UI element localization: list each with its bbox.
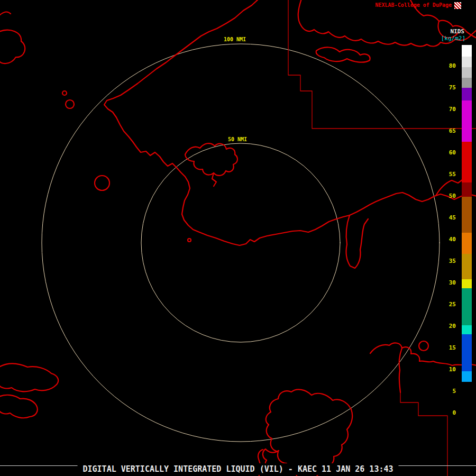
colorbar-segment xyxy=(462,142,472,182)
footer-title: DIGITAL VERTICALLY INTEGRATED LIQUID (VI… xyxy=(78,463,399,475)
colorbar-label: 40 xyxy=(440,228,456,250)
colorbar-segment xyxy=(462,57,472,67)
islet-small-2 xyxy=(66,100,74,108)
colorbar-label: 45 xyxy=(440,207,456,228)
colorbar-label: 80 xyxy=(440,55,456,77)
product-code-label: NIDS xyxy=(451,28,465,35)
colorbar-segment xyxy=(462,78,472,88)
range-ring-50nmi xyxy=(141,143,340,342)
colorbar-label: 15 xyxy=(440,337,456,359)
estuary-blob xyxy=(185,143,237,176)
colorbar-segment xyxy=(462,67,472,78)
colorbar-label: 30 xyxy=(440,272,456,294)
coastline-southeast xyxy=(370,343,476,365)
cod-logo-icon xyxy=(454,2,461,9)
colorbar-segment xyxy=(462,233,472,254)
colorbar-label: 0 xyxy=(440,402,456,424)
inlet-bay xyxy=(346,215,368,268)
colorbar-segment xyxy=(462,100,472,142)
colorbar-segment xyxy=(462,334,472,371)
units-label: [kg/m2] xyxy=(441,35,465,42)
islet-small-1 xyxy=(62,91,67,95)
peninsula-southwest-1 xyxy=(0,364,58,392)
islet-east xyxy=(419,341,428,351)
colorbar-label: 10 xyxy=(440,359,456,380)
colorbar-label: 35 xyxy=(440,250,456,272)
brand-text: NEXLAB-College of DuPage xyxy=(376,2,452,8)
peninsula-southwest-2 xyxy=(0,395,38,418)
colorbar-label: 20 xyxy=(440,315,456,337)
range-rings xyxy=(42,44,440,442)
radar-map-svg xyxy=(0,0,476,476)
colorbar-label: 60 xyxy=(440,142,456,163)
range-ring-100nmi xyxy=(42,44,440,442)
colorbar-label: 50 xyxy=(440,185,456,207)
corner-tick-northwest xyxy=(0,12,11,16)
colorbar-segment xyxy=(462,254,472,279)
colorbar-segment xyxy=(462,279,472,288)
colorbar-labels: 80757065605550454035302520151050 xyxy=(440,55,456,424)
coastline-main xyxy=(104,0,476,245)
colorbar-segment xyxy=(462,325,472,334)
island-northwest xyxy=(0,30,25,63)
colorbar-label: 70 xyxy=(440,98,456,120)
colorbar-segment xyxy=(462,45,472,57)
colorbar-label: 25 xyxy=(440,294,456,315)
river-lake-blob xyxy=(316,47,370,62)
river-southeast xyxy=(399,348,402,392)
colorbar-segment xyxy=(462,382,472,418)
colorbar-segment xyxy=(462,288,472,325)
island-west xyxy=(95,176,109,190)
colorbar-label: 5 xyxy=(440,380,456,402)
range-ring-label-100: 100 NMI xyxy=(222,36,248,43)
colorbar-label: 55 xyxy=(440,163,456,185)
colorbar-label: 65 xyxy=(440,120,456,142)
colorbar-label: 75 xyxy=(440,77,456,98)
colorbar-segments xyxy=(462,45,472,418)
colorbar-segment xyxy=(462,182,472,197)
colorbar-segment xyxy=(462,197,472,233)
radar-display: 100 NMI 50 NMI NEXLAB-College of DuPage … xyxy=(0,0,476,476)
colorbar-segment xyxy=(462,88,472,100)
colorbar-segment xyxy=(462,371,472,382)
range-ring-label-50: 50 NMI xyxy=(226,136,249,143)
islet-center xyxy=(188,239,191,242)
coastlines xyxy=(0,0,476,476)
